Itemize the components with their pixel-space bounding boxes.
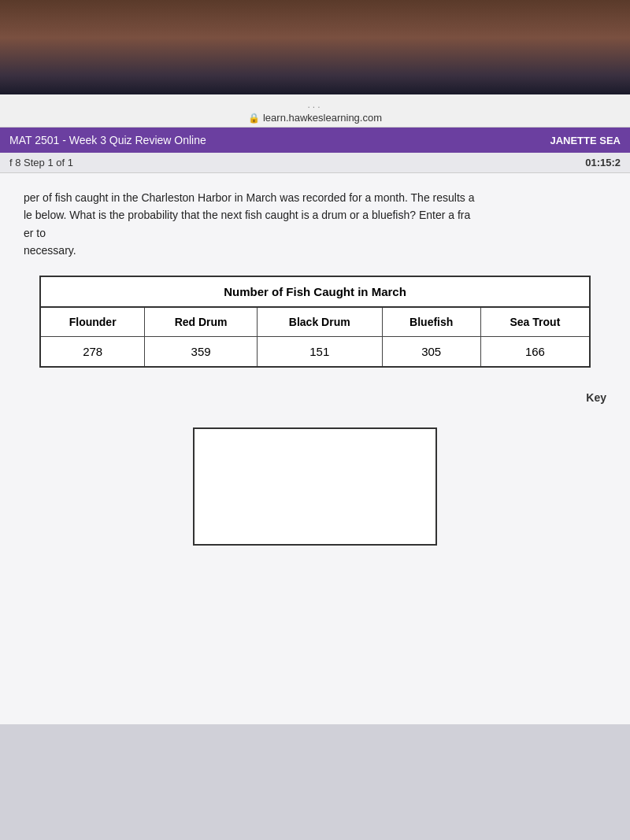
main-content: per of fish caught in the Charleston Har… [0, 173, 630, 724]
col-header-sea-trout: Sea Trout [480, 307, 590, 337]
fish-table-container: Number of Fish Caught in March Flounder … [39, 276, 591, 368]
url-text: learn.hawkeslearning.com [263, 112, 382, 124]
table-title-row: Number of Fish Caught in March [40, 276, 590, 307]
answer-box-container [24, 427, 606, 546]
fish-table: Number of Fish Caught in March Flounder … [39, 276, 591, 368]
col-header-black-drum: Black Drum [257, 307, 382, 337]
nav-user: JANETTE SEA [550, 135, 621, 146]
question-line3: er to [24, 224, 606, 242]
cell-red-drum: 359 [145, 336, 258, 367]
photo-background [0, 0, 630, 94]
question-text: per of fish caught in the Charleston Har… [24, 189, 606, 260]
browser-dots: ... [0, 99, 630, 110]
question-line4: necessary. [24, 242, 606, 259]
step-info: f 8 Step 1 of 1 [9, 157, 73, 168]
browser-chrome: ... 🔒 learn.hawkeslearning.com [0, 94, 630, 128]
cell-bluefish: 305 [382, 336, 480, 367]
browser-url-bar: 🔒 learn.hawkeslearning.com [0, 112, 630, 124]
question-line2: le below. What is the probability that t… [24, 206, 606, 224]
key-label: Key [586, 391, 606, 404]
cell-black-drum: 151 [257, 336, 382, 367]
cell-sea-trout: 166 [480, 336, 590, 367]
navbar: MAT 2501 - Week 3 Quiz Review Online JAN… [0, 128, 630, 153]
sub-nav: f 8 Step 1 of 1 01:15:2 [0, 153, 630, 173]
timer: 01:15:2 [585, 157, 621, 168]
col-header-flounder: Flounder [40, 307, 145, 337]
nav-title: MAT 2501 - Week 3 Quiz Review Online [9, 134, 206, 146]
table-data-row: 278 359 151 305 166 [40, 336, 590, 367]
lock-icon: 🔒 [248, 113, 260, 124]
answer-input-box[interactable] [193, 427, 437, 546]
table-header-row: Flounder Red Drum Black Drum Bluefish Se… [40, 307, 590, 337]
question-line1: per of fish caught in the Charleston Har… [24, 189, 606, 206]
col-header-red-drum: Red Drum [145, 307, 258, 337]
cell-flounder: 278 [40, 336, 145, 367]
col-header-bluefish: Bluefish [382, 307, 480, 337]
table-title: Number of Fish Caught in March [40, 276, 590, 307]
